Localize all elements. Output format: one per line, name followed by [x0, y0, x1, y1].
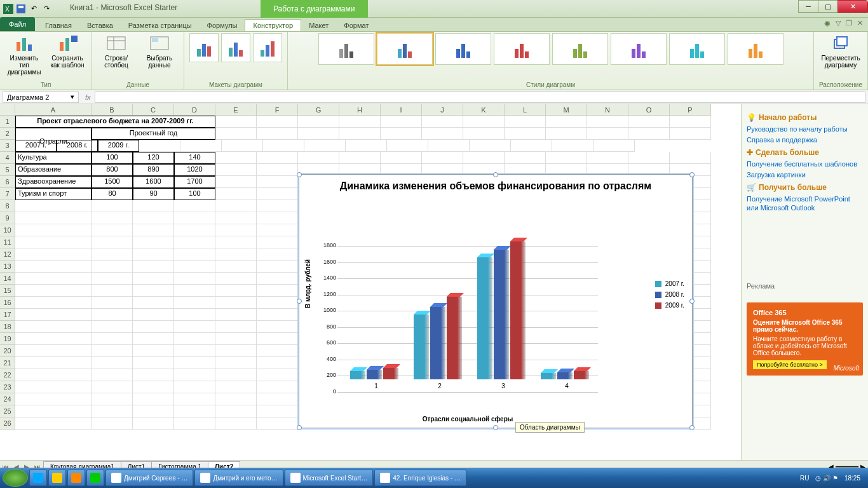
cell[interactable]	[422, 152, 463, 164]
cell[interactable]: 120	[133, 152, 174, 164]
cell[interactable]	[133, 248, 174, 261]
row-header[interactable]: 13	[0, 261, 15, 273]
cell[interactable]: Образование	[15, 164, 92, 176]
row-header[interactable]: 10	[0, 224, 15, 236]
cell[interactable]	[215, 248, 257, 261]
cell[interactable]	[263, 140, 304, 152]
move-chart-button[interactable]: Переместить диаграмму	[822, 33, 860, 69]
taskbar-item[interactable]: Дмитрий и его мето…	[194, 470, 283, 486]
cell[interactable]	[174, 417, 215, 430]
layout-option[interactable]	[221, 33, 250, 62]
column-header[interactable]: P	[670, 104, 711, 115]
cell[interactable]	[15, 200, 92, 212]
cell[interactable]	[92, 369, 133, 381]
cell[interactable]	[257, 236, 298, 248]
cell[interactable]	[215, 285, 257, 297]
cell[interactable]	[15, 405, 92, 417]
cell[interactable]	[215, 357, 257, 369]
cell[interactable]	[339, 152, 381, 164]
row-header[interactable]: 7	[0, 188, 15, 200]
cell[interactable]: 1500	[92, 176, 133, 188]
cell[interactable]	[15, 369, 92, 381]
cell[interactable]	[174, 273, 215, 285]
cell[interactable]	[15, 309, 92, 321]
column-header[interactable]: J	[422, 104, 463, 115]
select-all-corner[interactable]	[0, 104, 15, 116]
style-option[interactable]	[611, 33, 667, 65]
cell[interactable]	[15, 248, 92, 261]
style-option[interactable]	[377, 33, 433, 65]
taskbar-item[interactable]: Дмитрий Сергеев - …	[105, 470, 193, 486]
cell[interactable]	[15, 297, 92, 309]
row-header[interactable]: 24	[0, 393, 15, 405]
cell[interactable]	[463, 128, 505, 140]
cell[interactable]: 890	[133, 164, 174, 176]
cell[interactable]	[133, 224, 174, 236]
cell[interactable]	[381, 152, 422, 164]
cell[interactable]	[15, 381, 92, 393]
cell[interactable]	[257, 417, 298, 430]
chart-legend[interactable]: 2007 г.2008 г.2009 г.	[655, 276, 684, 313]
save-as-template-button[interactable]: Сохранить как шаблон	[48, 33, 86, 69]
save-icon[interactable]	[15, 3, 27, 15]
cell[interactable]	[257, 152, 298, 164]
style-option[interactable]	[318, 33, 374, 65]
cell[interactable]	[546, 152, 587, 164]
bar[interactable]	[367, 366, 382, 379]
cell[interactable]	[15, 285, 92, 297]
taskbar-pinned[interactable]	[67, 470, 85, 486]
row-header[interactable]: 5	[0, 164, 15, 176]
column-header[interactable]: K	[463, 104, 505, 115]
cell[interactable]	[304, 140, 346, 152]
cell[interactable]	[174, 381, 215, 393]
try-free-button[interactable]: Попробуйте бесплатно >	[753, 360, 827, 369]
layout-option[interactable]	[189, 33, 219, 62]
bar[interactable]	[574, 367, 589, 379]
cell[interactable]	[587, 128, 628, 140]
row-header[interactable]: 18	[0, 321, 15, 333]
worksheet-grid[interactable]: ABCDEFGHIJKLMNOP 12345678910111213141516…	[0, 104, 741, 460]
bar[interactable]	[350, 367, 365, 379]
cell[interactable]	[92, 297, 133, 309]
bar[interactable]	[414, 311, 429, 379]
cell[interactable]: 800	[92, 164, 133, 176]
cell[interactable]	[257, 188, 298, 200]
help-icon[interactable]: ◉	[824, 19, 831, 27]
row-header[interactable]: 26	[0, 417, 15, 430]
tray-lang[interactable]: RU	[800, 475, 809, 482]
cell[interactable]	[133, 309, 174, 321]
cell[interactable]	[257, 128, 298, 140]
cell[interactable]: 140	[174, 152, 215, 164]
cell[interactable]	[298, 116, 339, 128]
cell[interactable]	[215, 381, 257, 393]
cell[interactable]	[215, 261, 257, 273]
cell[interactable]	[505, 152, 546, 164]
row-header[interactable]: 21	[0, 357, 15, 369]
column-header[interactable]: B	[92, 104, 133, 115]
row-header[interactable]: 9	[0, 212, 15, 224]
cell[interactable]	[505, 128, 546, 140]
minimize-ribbon-icon[interactable]: ▽	[836, 19, 841, 27]
cell[interactable]	[215, 212, 257, 224]
cell[interactable]	[174, 309, 215, 321]
bar[interactable]	[541, 369, 556, 379]
row-header[interactable]: 16	[0, 297, 15, 309]
cell[interactable]	[552, 140, 593, 152]
cell[interactable]	[381, 116, 422, 128]
cell[interactable]	[628, 116, 670, 128]
cell[interactable]	[257, 176, 298, 188]
cell[interactable]	[15, 357, 92, 369]
row-header[interactable]: 11	[0, 236, 15, 248]
column-header[interactable]: L	[505, 104, 546, 115]
layout-option[interactable]	[253, 33, 282, 62]
cell[interactable]	[257, 333, 298, 345]
cell[interactable]	[215, 309, 257, 321]
cell[interactable]	[174, 393, 215, 405]
cell[interactable]: 80	[92, 188, 133, 200]
cell[interactable]	[215, 116, 257, 128]
row-header[interactable]: 6	[0, 176, 15, 188]
cell[interactable]	[257, 393, 298, 405]
cell[interactable]	[92, 357, 133, 369]
restore-window-icon[interactable]: ❐	[846, 19, 852, 27]
cell[interactable]	[92, 285, 133, 297]
